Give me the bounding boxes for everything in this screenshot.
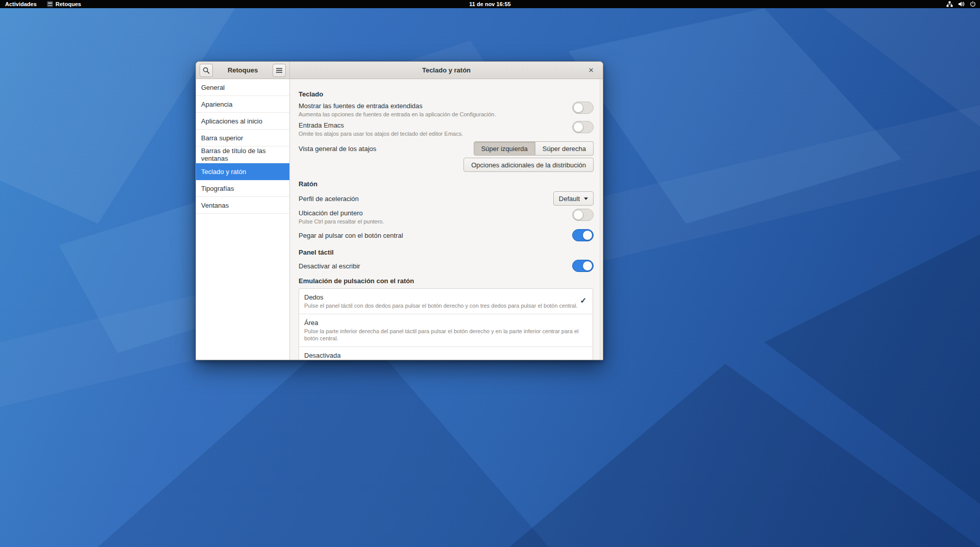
button-label: Súper derecha (543, 145, 586, 153)
volume-icon[interactable] (958, 1, 965, 7)
tweaks-app-icon (47, 1, 53, 7)
close-icon: × (589, 65, 594, 76)
super-izquierda-button[interactable]: Súper izquierda (474, 141, 535, 156)
settings-panel: Teclado Mostrar las fuentes de entrada e… (290, 79, 600, 360)
chevron-down-icon (584, 197, 588, 200)
sidebar-item-apariencia[interactable]: Apariencia (196, 96, 289, 113)
extra-layout-options-button[interactable]: Opciones adicionales de la distribución (463, 158, 594, 172)
option-label: Desactivada (304, 351, 586, 360)
close-button[interactable]: × (584, 64, 598, 77)
section-title-raton: Ratón (299, 180, 594, 188)
extended-input-toggle[interactable] (572, 102, 594, 114)
setting-label: Entrada Emacs (299, 121, 566, 130)
setting-label: Ubicación del puntero (299, 209, 566, 217)
focused-app-menu[interactable]: Retoques (42, 0, 86, 8)
toggle-knob (573, 210, 583, 220)
sidebar-item-label: Apariencia (201, 101, 232, 108)
click-emulation-option-dedos[interactable]: Dedos Pulse el panel táctil con dos dedo… (299, 289, 593, 314)
activities-button[interactable]: Actividades (0, 0, 42, 8)
dropdown-value: Default (559, 195, 580, 203)
click-emulation-option-desactivada[interactable]: Desactivada No usar la emulación de puls… (299, 347, 593, 360)
setting-subtitle: Pulse Ctrl para resaltar el puntero. (299, 218, 566, 225)
click-emulation-option-area[interactable]: Área Pulse la parte inferior derecha del… (299, 314, 593, 347)
acceleration-profile-dropdown[interactable]: Default (553, 191, 594, 206)
setting-label: Perfil de aceleración (299, 194, 547, 203)
focused-app-label: Retoques (56, 1, 81, 7)
option-label: Dedos (304, 293, 586, 302)
disable-while-typing-toggle[interactable] (572, 260, 594, 272)
toggle-knob (582, 230, 593, 240)
page-title: Teclado y ratón (290, 66, 603, 74)
toggle-knob (582, 261, 593, 271)
sidebar-item-teclado-raton[interactable]: Teclado y ratón (196, 163, 289, 180)
setting-row-overview-shortcut: Vista general de los atajos Súper izquie… (299, 141, 594, 156)
sidebar-item-barras-titulo[interactable]: Barras de título de las ventanas (196, 146, 289, 163)
middle-click-paste-toggle[interactable] (572, 229, 594, 241)
scrollbar[interactable] (600, 79, 603, 360)
setting-subtitle: Aumenta las opciones de fuentes de entra… (299, 111, 566, 118)
toggle-knob (573, 122, 583, 132)
sidebar-item-general[interactable]: General (196, 79, 289, 96)
sidebar-item-label: Aplicaciones al inicio (201, 117, 262, 125)
button-label: Opciones adicionales de la distribución (471, 161, 586, 169)
check-icon: ✓ (580, 296, 586, 305)
section-title-teclado: Teclado (299, 90, 594, 98)
search-button[interactable] (200, 64, 213, 77)
setting-row-disable-while-typing: Desactivar al escribir (299, 260, 594, 272)
toggle-knob (573, 103, 583, 113)
clock-button[interactable]: 11 de nov 16:55 (465, 0, 514, 8)
clock-label: 11 de nov 16:55 (469, 1, 510, 7)
sidebar-item-label: General (201, 84, 225, 91)
app-title: Retoques (213, 66, 273, 74)
setting-row-extended-input: Mostrar las fuentes de entrada extendida… (299, 102, 594, 118)
setting-subtitle: Omite los atajos para usar los atajos de… (299, 130, 566, 137)
super-derecha-button[interactable]: Súper derecha (535, 141, 594, 156)
option-subtitle: Pulse el panel táctil con dos dedos para… (304, 302, 586, 309)
section-title-click-emulation: Emulación de pulsación con el ratón (299, 277, 594, 285)
menu-button[interactable] (273, 64, 286, 77)
sidebar-item-aplicaciones-al-inicio[interactable]: Aplicaciones al inicio (196, 113, 289, 130)
option-subtitle: Pulse la parte inferior derecha del pane… (304, 328, 586, 342)
sidebar-item-label: Teclado y ratón (201, 168, 246, 176)
section-title-panel-tactil: Panel táctil (299, 248, 594, 256)
header-right-pane: Teclado y ratón × (290, 62, 603, 79)
emacs-input-toggle[interactable] (572, 121, 594, 133)
button-label: Súper izquierda (481, 145, 528, 153)
header-left-pane: Retoques (196, 62, 290, 79)
sidebar-item-ventanas[interactable]: Ventanas (196, 197, 289, 214)
setting-label: Mostrar las fuentes de entrada extendida… (299, 102, 566, 110)
overview-shortcut-segmented-control: Súper izquierda Súper derecha (474, 141, 594, 156)
search-icon (203, 67, 210, 74)
setting-row-pointer-location: Ubicación del puntero Pulse Ctrl para re… (299, 209, 594, 225)
system-status-area[interactable] (946, 0, 980, 8)
setting-row-emacs-input: Entrada Emacs Omite los atajos para usar… (299, 121, 594, 137)
sidebar-item-label: Barras de título de las ventanas (201, 147, 284, 162)
sidebar-item-label: Ventanas (201, 202, 229, 209)
hamburger-icon (276, 67, 283, 73)
pointer-location-toggle[interactable] (572, 209, 594, 221)
header-bar[interactable]: Retoques Teclado y ratón × (196, 62, 603, 79)
sidebar-item-label: Tipografías (201, 185, 234, 192)
gnome-top-bar: Actividades Retoques 11 de nov 16:55 (0, 0, 980, 8)
tweaks-window: Retoques Teclado y ratón × General Apari… (195, 61, 603, 360)
setting-row-acceleration: Perfil de aceleración Default (299, 191, 594, 206)
network-share-icon[interactable] (946, 1, 953, 7)
activities-label: Actividades (5, 1, 37, 7)
sidebar-item-tipografias[interactable]: Tipografías (196, 180, 289, 197)
setting-label: Desactivar al escribir (299, 262, 566, 270)
setting-row-middle-click-paste: Pegar al pulsar con el botón central (299, 229, 594, 241)
option-label: Área (304, 318, 586, 327)
click-emulation-list: Dedos Pulse el panel táctil con dos dedo… (299, 288, 593, 360)
extra-layout-row: Opciones adicionales de la distribución (299, 158, 594, 172)
sidebar-item-barra-superior[interactable]: Barra superior (196, 130, 289, 146)
power-icon[interactable] (970, 1, 976, 7)
setting-label: Pegar al pulsar con el botón central (299, 231, 566, 240)
setting-label: Vista general de los atajos (299, 144, 468, 153)
sidebar-item-label: Barra superior (201, 134, 243, 142)
sidebar: General Apariencia Aplicaciones al inici… (196, 79, 290, 360)
